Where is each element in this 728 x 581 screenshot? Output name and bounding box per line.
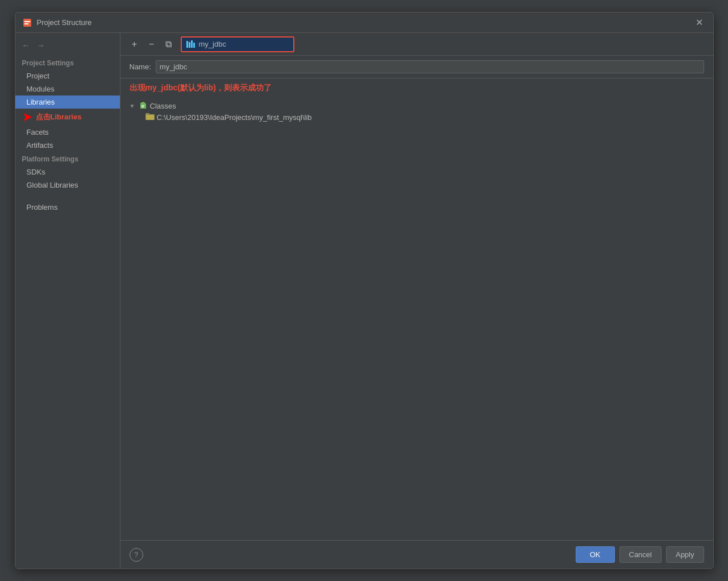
- sidebar-item-modules[interactable]: Modules: [15, 82, 120, 96]
- copy-button[interactable]: ⧉: [161, 37, 176, 52]
- library-icon: [186, 40, 195, 49]
- project-settings-header: Project Settings: [15, 56, 120, 69]
- annotation-main-text: 出现my_jdbc(默认为lib)，则表示成功了: [120, 78, 713, 96]
- svg-rect-3: [186, 41, 188, 48]
- sidebar-item-sdks[interactable]: SDKs: [15, 165, 120, 179]
- folder-icon: [145, 113, 155, 122]
- close-button[interactable]: ✕: [693, 16, 706, 30]
- sidebar-item-global-libraries[interactable]: Global Libraries: [15, 179, 120, 192]
- annotation-arrow-icon: ➤: [22, 110, 32, 125]
- classes-node[interactable]: ▼ Classes: [130, 100, 704, 111]
- library-item-name: my_jdbc: [199, 40, 226, 48]
- svg-rect-6: [193, 43, 195, 48]
- sidebar-item-artifacts[interactable]: Artifacts: [15, 139, 120, 152]
- svg-rect-5: [191, 40, 193, 48]
- svg-rect-4: [189, 42, 190, 48]
- sidebar: ← → Project Settings Project Modules Lib…: [15, 33, 120, 568]
- tree-area: ▼ Classes: [120, 96, 713, 540]
- forward-button[interactable]: →: [35, 40, 47, 51]
- path-node[interactable]: C:\Users\20193\IdeaProjects\my_first_mys…: [145, 111, 704, 123]
- cancel-button[interactable]: Cancel: [619, 546, 662, 563]
- name-row: Name:: [120, 56, 713, 78]
- name-input[interactable]: [156, 60, 704, 73]
- toolbar: + − ⧉ my_jdbc: [120, 33, 713, 56]
- action-buttons: OK Cancel Apply: [576, 546, 704, 563]
- back-button[interactable]: ←: [20, 40, 32, 51]
- app-icon: [22, 18, 32, 28]
- sidebar-item-facets[interactable]: Facets: [15, 126, 120, 139]
- svg-rect-7: [142, 105, 144, 106]
- name-label: Name:: [130, 63, 151, 71]
- libraries-annotation: ➤ 点击Libraries: [15, 109, 120, 126]
- classes-label: Classes: [150, 102, 176, 110]
- sidebar-item-project[interactable]: Project: [15, 69, 120, 82]
- svg-rect-2: [24, 23, 28, 24]
- dialog-body: ← → Project Settings Project Modules Lib…: [15, 33, 713, 568]
- library-list-item[interactable]: my_jdbc: [181, 36, 294, 52]
- library-path: C:\Users\20193\IdeaProjects\my_first_mys…: [157, 113, 312, 122]
- bottom-bar: ? OK Cancel Apply: [120, 540, 713, 568]
- svg-rect-0: [23, 19, 31, 27]
- help-button[interactable]: ?: [130, 548, 143, 562]
- tree-toggle-icon: ▼: [130, 103, 136, 109]
- add-button[interactable]: +: [127, 37, 142, 52]
- svg-rect-11: [146, 115, 154, 120]
- nav-back-forward: ← →: [15, 38, 120, 56]
- classes-icon: [139, 101, 148, 110]
- dialog-title: Project Structure: [37, 18, 693, 27]
- ok-button[interactable]: OK: [576, 546, 615, 563]
- apply-button[interactable]: Apply: [666, 546, 704, 563]
- svg-rect-8: [142, 107, 144, 108]
- sidebar-item-problems[interactable]: Problems: [15, 201, 120, 214]
- title-bar: Project Structure ✕: [15, 13, 713, 33]
- project-structure-dialog: Project Structure ✕ ← → Project Settings…: [15, 12, 714, 569]
- sidebar-item-libraries[interactable]: Libraries: [15, 96, 120, 109]
- remove-button[interactable]: −: [144, 37, 159, 52]
- svg-rect-1: [24, 21, 30, 22]
- platform-settings-header: Platform Settings: [15, 152, 120, 165]
- main-content: + − ⧉ my_jdbc: [120, 33, 713, 568]
- annotation-click-text: 点击Libraries: [36, 112, 82, 122]
